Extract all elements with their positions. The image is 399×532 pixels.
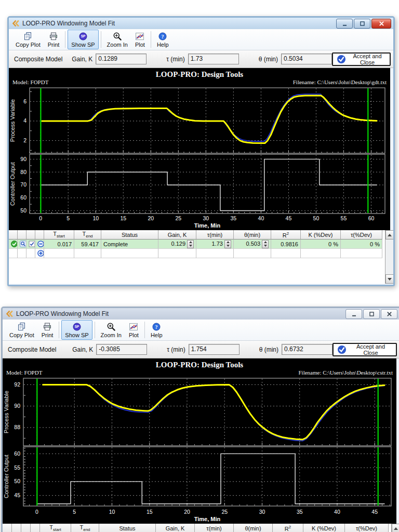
- svg-text:45: 45: [286, 215, 292, 221]
- check-circle-icon[interactable]: [11, 241, 18, 247]
- svg-text:Controller Output: Controller Output: [9, 162, 16, 206]
- plot-button[interactable]: Plot: [131, 30, 149, 49]
- accept-and-close-button[interactable]: Accept and Close: [332, 343, 397, 356]
- table-row[interactable]: 0.01759.417Complete0.1291.730.5030.98160…: [9, 240, 382, 249]
- table-cell: 0 %: [301, 240, 341, 249]
- app-logo-icon: [6, 310, 14, 318]
- table-scrollbar[interactable]: [385, 230, 393, 284]
- table-row[interactable]: [9, 249, 382, 258]
- table-cell: [234, 249, 271, 258]
- close-button[interactable]: [371, 19, 391, 29]
- checkbox-checked-icon[interactable]: [29, 241, 35, 247]
- min-value-field[interactable]: 1.754: [189, 344, 240, 355]
- gain-k-value-field[interactable]: 0.1289: [96, 54, 147, 64]
- maximize-button[interactable]: [354, 19, 370, 29]
- help-icon: ?: [152, 322, 161, 331]
- table-cell: 0.9816: [271, 240, 301, 249]
- svg-text:Filename: C:\Users\John\Deskt: Filename: C:\Users\John\Desktop\gdt.txt: [293, 79, 387, 85]
- show-sp-button[interactable]: SPShow SP: [61, 320, 92, 340]
- zoom-in-button[interactable]: Zoom In: [103, 30, 131, 49]
- min-value-field[interactable]: 1.73: [188, 54, 239, 64]
- svg-text:50: 50: [313, 215, 320, 221]
- min-label: τ (min): [167, 346, 185, 353]
- gain-k-value-field[interactable]: -0.3085: [96, 344, 147, 355]
- print-button[interactable]: Print: [44, 30, 63, 49]
- zoom-in-icon: [113, 32, 122, 41]
- column-header-min: θ(min): [234, 524, 273, 532]
- plot-button[interactable]: Plot: [125, 320, 142, 340]
- zoom-in-icon: [107, 322, 116, 331]
- composite-model-bar: Composite Model Gain, K0.1289τ (min)1.73…: [9, 50, 393, 68]
- close-button[interactable]: [381, 309, 397, 319]
- show-sp-button[interactable]: SPShow SP: [68, 30, 98, 49]
- icon-cell[interactable]: [18, 240, 26, 249]
- titlebar[interactable]: LOOP-PRO Windowing Model Fit: [9, 18, 393, 29]
- window-model-fit-top: LOOP-PRO Windowing Model Fit Copy PlotPr…: [7, 16, 395, 286]
- column-header-status: Status: [101, 230, 158, 240]
- svg-text:20: 20: [148, 215, 154, 221]
- composite-model-label: Composite Model: [8, 346, 72, 353]
- svg-text:Filename: C:\Users\John\Deskt: Filename: C:\Users\John\Desktop\cstr.txt: [299, 369, 393, 376]
- gain-k-label: Gain, K: [72, 346, 93, 353]
- composite-fields: Gain, K0.1289τ (min)1.73θ (min)0.5034: [72, 54, 332, 64]
- magnifier-icon[interactable]: [20, 241, 26, 247]
- table-scrollbar[interactable]: [391, 524, 399, 532]
- accept-and-close-button[interactable]: Accept and Close: [332, 52, 391, 66]
- value-spinner[interactable]: [262, 240, 269, 248]
- table-cell: [101, 249, 158, 258]
- value-spinner[interactable]: [224, 240, 231, 248]
- svg-text:SP: SP: [75, 325, 79, 328]
- svg-text:Model: FOPDT: Model: FOPDT: [12, 79, 49, 85]
- column-header-r2: R2: [273, 524, 303, 532]
- table-cell: [301, 249, 341, 258]
- pv-co-plot: LOOP-PRO: Design ToolsModel: FOPDTFilena…: [3, 358, 396, 524]
- print-button[interactable]: Print: [38, 320, 57, 340]
- table-cell: 0.503: [234, 240, 271, 249]
- icon-cell[interactable]: [35, 249, 44, 258]
- svg-text:LOOP-PRO: Design Tools: LOOP-PRO: Design Tools: [156, 361, 244, 369]
- svg-text:80: 80: [20, 169, 26, 175]
- copy-plot-button[interactable]: Copy Plot: [6, 320, 38, 340]
- column-header-gain-k: Gain, K: [158, 230, 196, 240]
- table-cell: 59.417: [74, 240, 101, 249]
- scroll-down-button[interactable]: [385, 274, 393, 284]
- scroll-up-button[interactable]: [392, 524, 399, 532]
- icon-cell[interactable]: [9, 240, 18, 249]
- minus-circle-icon[interactable]: [37, 241, 44, 247]
- column-header-dev: τ(%Dev): [345, 524, 389, 532]
- desktop: LOOP-PRO Windowing Model Fit Copy PlotPr…: [0, 0, 399, 532]
- table-cell: [271, 249, 301, 258]
- copy-plot-button[interactable]: Copy Plot: [12, 30, 44, 49]
- svg-text:?: ?: [162, 33, 164, 39]
- svg-text:0: 0: [39, 215, 42, 221]
- help-button[interactable]: ?Help: [147, 320, 166, 340]
- min-label: τ (min): [166, 56, 184, 63]
- svg-text:4: 4: [23, 117, 26, 124]
- svg-text:60: 60: [368, 215, 375, 221]
- svg-text:SP: SP: [81, 34, 86, 38]
- svg-text:88: 88: [14, 424, 20, 430]
- scroll-up-button[interactable]: [385, 230, 393, 240]
- svg-text:90: 90: [14, 403, 20, 409]
- show-sp-icon: SP: [72, 322, 82, 331]
- column-header-min: θ(min): [234, 230, 271, 240]
- column-header-k-dev: K (%Dev): [303, 524, 345, 532]
- table-cell: 0 %: [341, 240, 382, 249]
- column-header-tend: Tend: [71, 524, 99, 532]
- maximize-button[interactable]: [363, 309, 380, 319]
- plus-circle-icon[interactable]: [37, 250, 44, 257]
- minimize-button[interactable]: [336, 19, 353, 29]
- min-value-field[interactable]: 0.6732: [282, 344, 332, 355]
- svg-text:35: 35: [231, 215, 237, 221]
- svg-text:2: 2: [23, 137, 26, 143]
- titlebar[interactable]: LOOP-PRO Windowing Model Fit: [3, 308, 399, 320]
- icon-column-header: [12, 524, 21, 532]
- zoom-in-button[interactable]: Zoom In: [97, 320, 125, 340]
- minimize-button[interactable]: [345, 309, 362, 319]
- icon-cell[interactable]: [35, 240, 44, 249]
- help-button[interactable]: ?Help: [153, 30, 172, 49]
- icon-cell[interactable]: [26, 240, 35, 249]
- min-value-field[interactable]: 0.5034: [281, 54, 332, 64]
- svg-text:45: 45: [14, 492, 20, 498]
- value-spinner[interactable]: [187, 240, 194, 248]
